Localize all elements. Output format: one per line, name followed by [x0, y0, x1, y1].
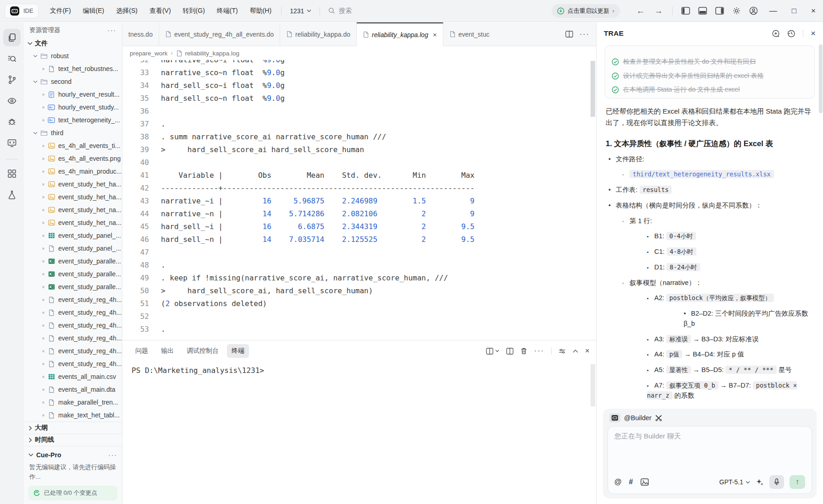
tree-item[interactable]: event_study_reg_4h...	[24, 345, 122, 357]
nav-back-button[interactable]: ←	[632, 5, 650, 17]
workspace-switcher[interactable]: 1231	[286, 5, 315, 16]
editor-tab[interactable]: event_stuc	[443, 22, 496, 46]
send-button[interactable]: ↑	[790, 475, 805, 489]
tree-folder[interactable]: second	[24, 75, 122, 88]
editor-line[interactable]: 43narrative_~i | 16 5.96875 2.246989 1.5…	[122, 195, 596, 208]
editor-tab[interactable]: reliability_kappa.do	[280, 22, 357, 46]
panel-settings-icon[interactable]	[558, 348, 566, 355]
panel-more-icon[interactable]: ···	[534, 347, 544, 355]
tree-item[interactable]: event_study_reg_4h...	[24, 293, 122, 306]
outline-section-header[interactable]: 大纲	[24, 422, 122, 433]
preview-eye-icon[interactable]	[3, 92, 21, 110]
menu-item[interactable]: 文件(F)	[45, 5, 76, 17]
tree-item[interactable]: event_study_panel_...	[24, 242, 122, 255]
tree-item[interactable]: text_het_robustnes...	[24, 62, 122, 75]
global-search[interactable]: 搜索	[325, 5, 355, 17]
tree-item[interactable]: es_4h_all_events.png	[24, 152, 122, 165]
editor-line[interactable]: 42-------------+------------------------…	[122, 182, 596, 195]
window-maximize-button[interactable]: □	[784, 5, 804, 16]
toggle-right-sidebar-button[interactable]	[711, 5, 728, 16]
sidebar-more-icon[interactable]: ···	[107, 27, 116, 34]
editor-line[interactable]: 41 Variable | Obs Mean Std. dev. Min Max	[122, 169, 596, 182]
window-close-button[interactable]: ×	[804, 5, 823, 16]
editor-line[interactable]: 47	[122, 246, 596, 259]
tab-close-icon[interactable]: ×	[433, 31, 437, 38]
context-hash-icon[interactable]: #	[629, 478, 633, 486]
menu-item[interactable]: 选择(S)	[111, 5, 143, 17]
editor-line[interactable]: 46hard_sell_~n | 14 7.035714 2.125525 2 …	[122, 233, 596, 246]
tree-item[interactable]: M+text_heterogeneity_...	[24, 114, 122, 126]
editor-line[interactable]: 35hard_sell_sco~n float %9.0g	[122, 92, 596, 105]
attach-image-icon[interactable]	[641, 478, 649, 486]
toggle-left-sidebar-button[interactable]	[677, 5, 694, 16]
mention-icon[interactable]: @	[614, 478, 622, 486]
tree-item[interactable]: event_study_het_ha...	[24, 191, 122, 203]
app-logo[interactable]: IDE	[5, 4, 39, 18]
panel-tab[interactable]: 调试控制台	[182, 344, 223, 358]
editor-line[interactable]: 51(2 observations deleted)	[122, 297, 596, 310]
tree-item[interactable]: event_study_panel_...	[24, 229, 122, 242]
source-control-icon[interactable]	[3, 71, 21, 88]
tree-item[interactable]: event_study_reg_4h...	[24, 319, 122, 332]
terminal-scrollbar[interactable]	[591, 364, 595, 406]
todo-list-card[interactable]: 检查并整理文本异质性相关 do 文件和现有回归设计或完善导出文本异质性回归结果的…	[605, 45, 815, 99]
panel-tab[interactable]: 终端	[227, 344, 249, 358]
editor-line[interactable]: 50> hard_sell_score_ai, hard_sell_score_…	[122, 285, 596, 297]
terminal-split-dropdown-icon[interactable]	[486, 348, 499, 355]
enhance-sparkle-icon[interactable]	[756, 478, 764, 486]
editor-line[interactable]: 44narrative_~n | 14 5.714286 2.082106 2 …	[122, 208, 596, 220]
chat-input-box[interactable]: 您正在与 Builder 聊天 @ # GPT-5.1 ↑	[608, 426, 812, 494]
editor-line[interactable]: 32narrative_sco~i float %9.0g	[122, 60, 596, 66]
editor-tab[interactable]: event_study_reg_4h_all_events.do	[159, 22, 280, 46]
builder-agent-row[interactable]: @Builder	[608, 412, 812, 426]
assistant-scrollbar[interactable]	[819, 44, 823, 113]
terminal-output[interactable]: PS D:\Marketing_analysis\1231>	[122, 362, 596, 504]
tree-item[interactable]: es_4h_all_events_ti...	[24, 139, 122, 152]
tree-item[interactable]: Xevent_study_paralle...	[24, 280, 122, 293]
editor-line[interactable]: 52	[122, 310, 596, 323]
cue-pro-status-pill[interactable]: 已处理 0/0 个变更点	[28, 486, 117, 500]
assistant-close-icon[interactable]: ×	[811, 28, 816, 38]
explorer-icon[interactable]	[3, 29, 21, 46]
menu-item[interactable]: 查看(V)	[144, 5, 176, 17]
menu-item[interactable]: 帮助(H)	[245, 5, 276, 17]
tree-item[interactable]: Xevent_study_paralle...	[24, 268, 122, 280]
editor-tab[interactable]: tness.do	[122, 22, 159, 46]
tree-item[interactable]: event_study_het_na...	[24, 203, 122, 216]
remote-window-icon[interactable]	[3, 134, 21, 152]
menu-item[interactable]: 转到(G)	[178, 5, 210, 17]
menu-item[interactable]: 终端(T)	[212, 5, 243, 17]
nav-forward-button[interactable]: →	[650, 5, 668, 17]
panel-close-icon[interactable]: ×	[585, 346, 590, 356]
tree-folder[interactable]: robust	[24, 49, 122, 62]
editor-line[interactable]: 40	[122, 156, 596, 169]
breadcrumb-file[interactable]: reliability_kappa.log	[185, 50, 240, 57]
tree-item[interactable]: events_all_main.csv	[24, 370, 122, 383]
tree-item[interactable]: hourly_event_result...	[24, 88, 122, 101]
search-panel-icon[interactable]	[3, 50, 21, 67]
editor-line[interactable]: 48.	[122, 259, 596, 272]
tree-item[interactable]: M+hourly_event_study...	[24, 101, 122, 114]
editor-tab[interactable]: reliability_kappa.log×	[357, 22, 443, 46]
tree-item[interactable]: event_study_het_ha...	[24, 178, 122, 191]
debug-bug-icon[interactable]	[3, 113, 21, 131]
tree-item[interactable]: event_study_reg_4h...	[24, 357, 122, 370]
tree-item[interactable]: events_all_main.dta	[24, 383, 122, 396]
editor-line[interactable]: 45hard_sell_~i | 16 6.6875 2.344319 2 9.…	[122, 220, 596, 233]
tree-item[interactable]: event_study_reg_4h...	[24, 332, 122, 345]
test-flask-icon[interactable]	[3, 186, 21, 203]
tree-item[interactable]: event_study_reg_4h...	[24, 306, 122, 319]
extensions-grid-icon[interactable]	[3, 165, 21, 182]
breadcrumb-folder[interactable]: prepare_work	[130, 50, 168, 57]
editor-line[interactable]: 53.	[122, 323, 596, 336]
mic-button[interactable]	[769, 475, 784, 489]
panel-tab[interactable]: 问题	[131, 344, 153, 358]
editor-line[interactable]: 37.	[122, 118, 596, 131]
editor-line[interactable]: 38. summ narrative_score_ai narrative_sc…	[122, 131, 596, 143]
restart-update-pill[interactable]: 点击重启以更新 ›	[552, 4, 620, 18]
files-section-header[interactable]: 文件	[24, 38, 122, 49]
toggle-bottom-panel-button[interactable]	[694, 5, 711, 16]
new-chat-icon[interactable]	[772, 29, 780, 38]
builder-tools-icon[interactable]	[655, 415, 662, 422]
cue-pro-header[interactable]: Cue-Pro ···	[28, 449, 117, 461]
